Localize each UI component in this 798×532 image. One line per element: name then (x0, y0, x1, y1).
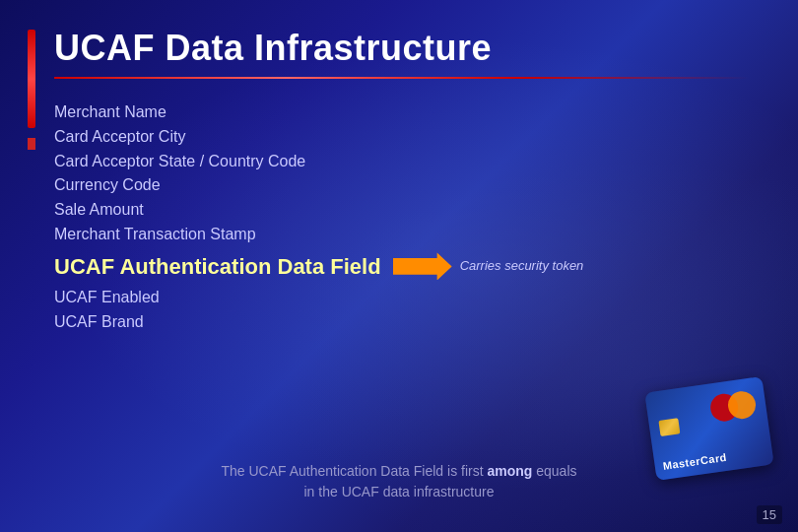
list-item-currency-code: Currency Code (54, 173, 749, 198)
list-item-ucaf-brand: UCAF Brand (54, 310, 749, 335)
arrow-container: Carries security token (393, 252, 584, 280)
list-item-sale-amount: Sale Amount (54, 198, 749, 223)
mastercard-circles (708, 389, 757, 423)
content-area: Merchant Name Card Acceptor City Card Ac… (54, 100, 749, 335)
list-item-merchant-transaction-stamp: Merchant Transaction Stamp (54, 223, 749, 247)
mastercard-card: MasterCard (644, 376, 773, 481)
ucaf-auth-label: UCAF Authentication Data Field (54, 249, 381, 284)
highlighted-item-row: UCAF Authentication Data Field Carries s… (54, 249, 749, 284)
arrow-icon (393, 252, 452, 280)
list-item-card-acceptor-city: Card Acceptor City (54, 125, 749, 150)
title-underline (54, 77, 749, 79)
list-item-merchant-name: Merchant Name (54, 100, 749, 125)
list-item-card-acceptor-state: Card Acceptor State / Country Code (54, 150, 749, 174)
arrow-label: Carries security token (460, 256, 584, 277)
card-chip (658, 418, 680, 436)
list-item-ucaf-enabled: UCAF Enabled (54, 286, 749, 310)
mastercard-brand-label: MasterCard (662, 451, 728, 472)
slide-title: UCAF Data Infrastructure (54, 28, 749, 69)
